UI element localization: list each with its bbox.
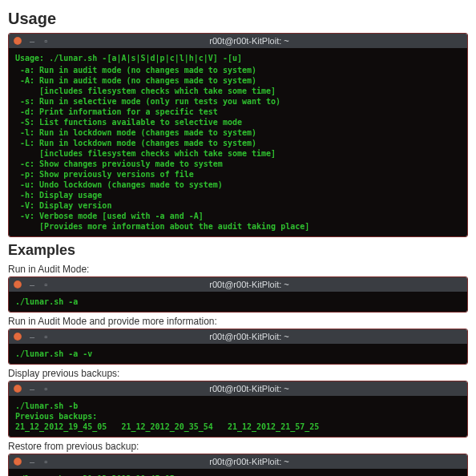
titlebar: –▫r00t@r00t-KitPloit: ~ [9, 277, 467, 292]
example-description: Display previous backups: [8, 368, 468, 379]
example-terminal: –▫r00t@r00t-KitPloit: ~./lunar.sh -b Pre… [8, 381, 468, 438]
minimize-icon[interactable]: – [28, 385, 36, 393]
usage-header-line: Usage: ./lunar.sh -[a|A|s|S|d|p|c|l|h|c|… [15, 53, 461, 63]
window-title: r00t@r00t-KitPloit: ~ [36, 384, 462, 393]
terminal-output: ./lunar.sh -a [15, 296, 461, 307]
terminal-body: ./lunar.sh -u 21_12_2012_19_45_05 [9, 469, 467, 476]
titlebar: –▫r00t@r00t-KitPloit: ~ [9, 381, 467, 396]
close-icon[interactable] [14, 37, 22, 45]
example-terminal: –▫r00t@r00t-KitPloit: ~./lunar.sh -a -v [8, 329, 468, 365]
terminal-body: Usage: ./lunar.sh -[a|A|s|S|d|p|c|l|h|c|… [9, 48, 467, 236]
example-description: Run in Audit Mode: [8, 264, 468, 275]
usage-terminal: – ▫ r00t@r00t-KitPloit: ~ Usage: ./lunar… [8, 33, 468, 237]
example-description: Run in Audit Mode and provide more infor… [8, 316, 468, 327]
window-title: r00t@r00t-KitPloit: ~ [36, 457, 462, 466]
terminal-output: ./lunar.sh -a -v [15, 349, 461, 359]
close-icon[interactable] [14, 280, 22, 288]
minimize-icon[interactable]: – [28, 458, 36, 466]
minimize-icon[interactable]: – [28, 333, 36, 341]
close-icon[interactable] [14, 333, 22, 341]
close-icon[interactable] [14, 458, 22, 466]
heading-usage: Usage [8, 10, 468, 28]
terminal-body: ./lunar.sh -a -v [9, 344, 467, 364]
minimize-icon[interactable]: – [28, 280, 36, 288]
titlebar: –▫r00t@r00t-KitPloit: ~ [9, 454, 467, 469]
close-icon[interactable] [14, 385, 22, 393]
window-title: r00t@r00t-KitPloit: ~ [36, 280, 462, 289]
window-title: r00t@r00t-KitPloit: ~ [36, 36, 462, 46]
example-description: Restore from previous backup: [8, 441, 468, 452]
minimize-icon[interactable]: – [28, 37, 36, 45]
titlebar: – ▫ r00t@r00t-KitPloit: ~ [9, 34, 467, 48]
titlebar: –▫r00t@r00t-KitPloit: ~ [9, 329, 467, 344]
heading-examples: Examples [8, 242, 468, 259]
example-terminal: –▫r00t@r00t-KitPloit: ~./lunar.sh -a [8, 276, 468, 313]
terminal-output: ./lunar.sh -b Previous backups: 21_12_20… [15, 401, 461, 432]
window-title: r00t@r00t-KitPloit: ~ [36, 332, 462, 341]
terminal-body: ./lunar.sh -a [9, 292, 467, 312]
terminal-body: ./lunar.sh -b Previous backups: 21_12_20… [9, 396, 467, 437]
usage-options: -a: Run in audit mode (no changes made t… [15, 65, 461, 232]
example-terminal: –▫r00t@r00t-KitPloit: ~./lunar.sh -u 21_… [8, 454, 468, 476]
